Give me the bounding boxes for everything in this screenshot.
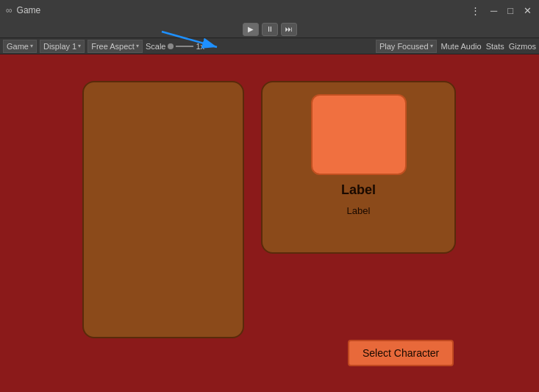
more-options-button[interactable]: ⋮ (468, 4, 483, 18)
aspect-chevron-icon: ▾ (136, 43, 139, 49)
play-focused-dropdown[interactable]: Play Focused ▾ (376, 40, 437, 53)
maximize-button[interactable]: □ (504, 4, 516, 18)
display-dropdown[interactable]: Display 1 ▾ (40, 40, 85, 53)
gizmos-label[interactable]: Gizmos (509, 42, 536, 51)
scale-value: 1x (196, 42, 204, 51)
game-dropdown[interactable]: Game ▾ (3, 40, 37, 53)
play-controls: ▶ ⏸ ⏭ (243, 23, 297, 36)
close-button[interactable]: ✕ (521, 4, 535, 18)
pause-button[interactable]: ⏸ (262, 23, 278, 36)
card-image-placeholder (311, 94, 407, 175)
title-bar: ∞ Game ⋮ ─ □ ✕ (0, 0, 539, 21)
game-label: Game (7, 42, 29, 51)
right-character-card: Label Label (261, 81, 456, 254)
aspect-dropdown[interactable]: Free Aspect ▾ (88, 40, 143, 53)
play-focused-chevron-icon: ▾ (430, 43, 433, 49)
playbar: ▶ ⏸ ⏭ (0, 21, 539, 38)
scale-dot-icon (168, 43, 174, 49)
card-sub-label: Label (347, 205, 371, 216)
left-character-card (82, 81, 244, 338)
scale-control: Scale 1x (146, 42, 204, 51)
mute-audio-label[interactable]: Mute Audio (441, 42, 482, 51)
scale-line (176, 46, 193, 47)
game-icon: ∞ (6, 5, 13, 15)
play-button[interactable]: ▶ (243, 23, 259, 36)
display-chevron-icon: ▾ (78, 43, 81, 49)
toolbar: Game ▾ Display 1 ▾ Free Aspect ▾ Scale 1… (0, 38, 539, 54)
play-focused-label: Play Focused (379, 42, 429, 51)
select-character-button[interactable]: Select Character (348, 340, 454, 366)
toolbar-right: Play Focused ▾ Mute Audio Stats Gizmos (376, 40, 536, 53)
aspect-label: Free Aspect (91, 42, 135, 51)
title-text: Game (17, 5, 41, 15)
stats-label[interactable]: Stats (486, 42, 504, 51)
title-bar-left: ∞ Game (6, 5, 40, 15)
game-viewport: Label Label Select Character (0, 54, 539, 392)
step-button[interactable]: ⏭ (281, 23, 297, 36)
scale-label: Scale (146, 42, 166, 51)
game-chevron-icon: ▾ (30, 43, 33, 49)
minimize-button[interactable]: ─ (488, 4, 500, 18)
card-main-label: Label (341, 182, 376, 198)
title-bar-controls: ⋮ ─ □ ✕ (468, 4, 535, 18)
display-label: Display 1 (43, 42, 76, 51)
